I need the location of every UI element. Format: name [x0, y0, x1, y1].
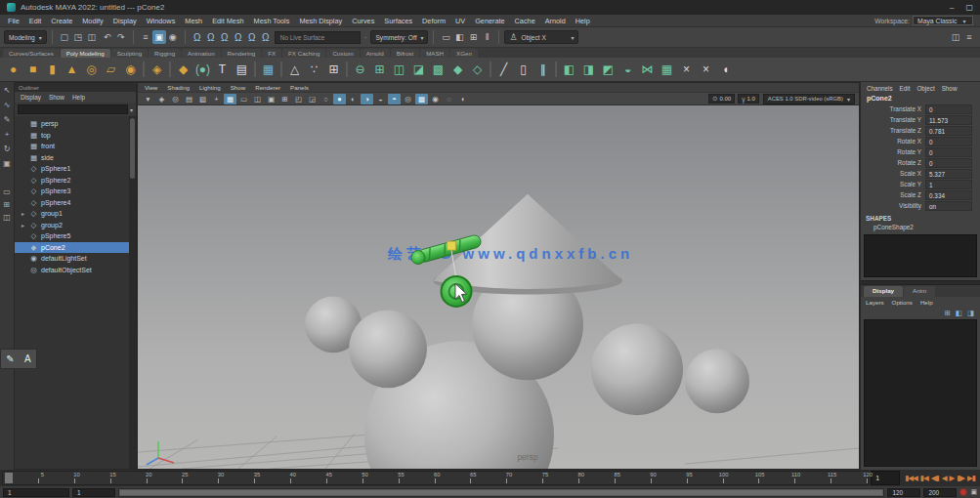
snap-to-grid-icon[interactable]: Ω [191, 30, 204, 44]
snap-to-curve-icon[interactable]: Ω [204, 30, 218, 44]
new-layer-from-selected-icon[interactable]: ◧ [956, 309, 962, 317]
shadows-icon[interactable]: ◒ [374, 94, 387, 104]
menu-item[interactable]: Deform [417, 17, 450, 25]
channel-label[interactable]: Translate Y [861, 116, 921, 123]
play-backwards-button[interactable]: ◀ [942, 475, 947, 482]
undo-icon[interactable]: ↶ [101, 30, 114, 44]
shelf-tab[interactable]: FX Caching [282, 49, 325, 58]
channel-box-menu-item[interactable]: Channels [867, 85, 893, 92]
split-view-layout-icon[interactable]: ◫ [3, 214, 11, 222]
viewport-menu-item[interactable]: Show [231, 84, 245, 91]
channel-label[interactable]: Rotate Z [861, 159, 921, 166]
insert-edge-loop-icon[interactable]: ▯ [514, 61, 533, 79]
workspace-dropdown[interactable]: Maya Classic ▾ [913, 16, 973, 25]
list-item[interactable]: ▸ ◇ group2 [15, 220, 136, 231]
field-chart-icon[interactable]: ⊞ [278, 94, 291, 104]
go-to-end-button[interactable]: ▶▮ [967, 475, 975, 482]
list-item[interactable]: ◎ defaultObjectSet [15, 265, 136, 276]
select-tool-icon[interactable]: ↖ [4, 87, 11, 95]
bevel-icon[interactable]: ◆ [448, 61, 467, 79]
textured-icon[interactable]: ◐ [347, 94, 360, 104]
viewport-menu-item[interactable]: Renderer [255, 84, 280, 91]
snap-to-projected-center-icon[interactable]: Ω [232, 30, 245, 44]
delete-history-icon[interactable]: × [697, 61, 715, 79]
platonic-solid-icon[interactable]: ◆ [174, 61, 192, 79]
list-item[interactable]: ▦ front [15, 141, 136, 152]
viewport-menu-item[interactable]: Lighting [199, 84, 221, 91]
menu-item[interactable]: Modify [77, 17, 108, 25]
list-item[interactable]: ◆ pCone2 [15, 242, 136, 254]
scale-tool-icon[interactable]: ▣ [3, 160, 11, 168]
rotate-tool-icon[interactable]: ↻ [4, 145, 11, 153]
channel-label[interactable]: Rotate Y [861, 148, 921, 155]
gate-mask-icon[interactable]: ▣ [265, 94, 277, 104]
menu-item[interactable]: Surfaces [379, 17, 417, 25]
depth-of-field-icon[interactable]: ◉ [429, 94, 442, 104]
snap-to-view-plane-icon[interactable]: Ω [245, 30, 259, 44]
quad-draw-icon[interactable]: ◧ [560, 61, 578, 79]
channel-label[interactable]: Visibility [861, 202, 921, 209]
viewport-menu-item[interactable]: Shading [167, 84, 190, 91]
camera-attributes-icon[interactable]: ◎ [169, 94, 182, 104]
resolution-gate-icon[interactable]: ◫ [251, 94, 264, 104]
expand-caret-icon[interactable]: ▸ [20, 210, 26, 217]
select-object-icon[interactable]: ▣ [152, 30, 166, 44]
list-item[interactable]: ▦ persp [15, 118, 136, 130]
multisample-aa-icon[interactable]: ▩ [415, 94, 428, 104]
channel-box-menu-item[interactable]: Object [916, 85, 934, 92]
search-input[interactable] [18, 104, 128, 114]
channel-label[interactable]: Scale Y [861, 181, 921, 187]
step-back-frame-button[interactable]: ▮◀ [920, 475, 928, 482]
gamma-field[interactable]: γ 1.0 [738, 94, 759, 104]
wireframe-icon[interactable]: ○ [320, 94, 332, 104]
shelf-tab[interactable]: Curves/Surfaces [3, 49, 60, 58]
minimize-icon[interactable]: – [950, 3, 954, 12]
shelf-tab[interactable]: MASH [420, 49, 449, 58]
filter-dropdown-icon[interactable]: ▾ [130, 106, 133, 113]
list-item[interactable]: ▦ top [15, 130, 136, 142]
shelf-tab[interactable]: Rigging [149, 49, 181, 58]
menu-item[interactable]: UV [450, 17, 470, 25]
separate-icon[interactable]: ◫ [390, 61, 408, 79]
scene-3d[interactable]: 绘艺CG www.qdnxxfb.cn [138, 105, 859, 469]
channel-value-field[interactable]: 0.781 [925, 126, 972, 136]
bridge-icon[interactable]: ◇ [468, 61, 487, 79]
shelf-tab[interactable]: Sculpting [111, 49, 148, 58]
polygon-sphere-icon[interactable]: ● [4, 61, 22, 79]
playback-start-field[interactable]: 1 [72, 488, 115, 497]
separator[interactable] [346, 62, 348, 77]
bookmarks-icon[interactable]: ▤ [183, 94, 195, 104]
paint-brush-icon[interactable]: ✎ [6, 353, 14, 364]
make-live-icon[interactable]: Ω [259, 30, 273, 44]
channel-value-field[interactable]: 11.573 [925, 115, 972, 125]
menu-item[interactable]: Display [108, 17, 142, 25]
single-view-layout-icon[interactable]: ▭ [3, 188, 11, 196]
menu-item[interactable]: Generate [470, 17, 509, 25]
layer-editor-menu-item[interactable]: Options [892, 299, 913, 306]
list-item[interactable]: ▦ side [15, 152, 136, 164]
channel-label[interactable]: Translate Z [861, 127, 921, 134]
film-gate-icon[interactable]: ▭ [237, 94, 250, 104]
manipulator-end-sphere[interactable] [411, 251, 425, 265]
xray-icon[interactable]: ◖ [456, 94, 469, 104]
outliner-menu-item[interactable]: Show [49, 94, 64, 101]
shelf-tab[interactable]: Animation [182, 49, 221, 58]
particle-icon[interactable]: ∵ [305, 61, 323, 79]
polygon-cone-icon[interactable]: ▲ [63, 61, 81, 79]
safe-action-icon[interactable]: ◰ [292, 94, 305, 104]
image-plane-icon[interactable]: ▧ [196, 94, 209, 104]
motion-blur-icon[interactable]: ◎ [402, 94, 414, 104]
menu-item[interactable]: Create [46, 17, 77, 25]
menu-item[interactable]: Mesh Display [294, 17, 347, 25]
menu-item[interactable]: File [3, 17, 24, 25]
channel-label[interactable]: Translate X [861, 105, 921, 112]
layer-list[interactable] [864, 319, 977, 467]
move-tool-icon[interactable]: + [5, 131, 10, 139]
range-slider-bar[interactable] [118, 488, 884, 497]
pause-viewport-icon[interactable]: ‖ [480, 30, 493, 44]
menu-item[interactable]: Mesh Tools [249, 17, 295, 25]
list-item[interactable]: ▸ ◇ group1 [15, 208, 136, 220]
list-item[interactable]: ◇ pSphere3 [15, 186, 136, 197]
polygon-cylinder-icon[interactable]: ▮ [43, 61, 62, 79]
new-anim-layer-icon[interactable]: ◨ [967, 309, 974, 317]
